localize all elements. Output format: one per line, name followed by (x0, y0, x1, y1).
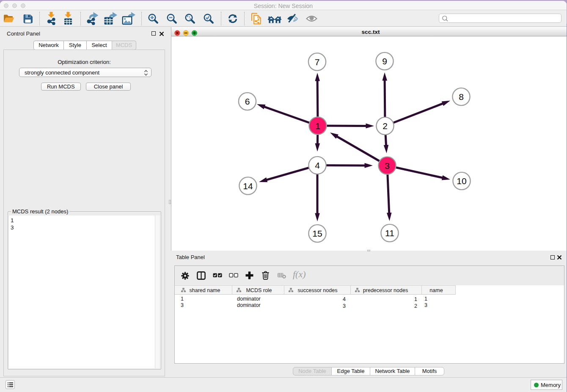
svg-text:11: 11 (385, 228, 394, 238)
svg-text:3: 3 (385, 161, 390, 171)
svg-text:9: 9 (382, 56, 387, 66)
svg-text:6: 6 (245, 97, 250, 106)
svg-text:8: 8 (459, 92, 464, 102)
svg-text:10: 10 (457, 176, 466, 186)
svg-text:14: 14 (243, 181, 253, 191)
svg-text:7: 7 (315, 57, 320, 67)
svg-text:1: 1 (315, 121, 320, 131)
svg-text:2: 2 (383, 121, 388, 131)
svg-text:15: 15 (312, 229, 322, 238)
svg-text:4: 4 (315, 160, 320, 170)
